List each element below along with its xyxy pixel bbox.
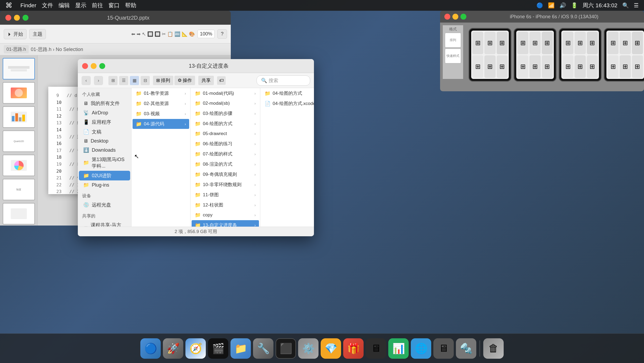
- menubar-go[interactable]: 前往: [92, 2, 103, 9]
- apple-menu[interactable]: ⌘: [5, 1, 12, 10]
- finder-view-flow-btn[interactable]: ⊟: [141, 76, 150, 85]
- col1-item-3[interactable]: 📁 03-视频 ›: [133, 109, 189, 119]
- finder-tag-btn[interactable]: 🏷: [217, 76, 226, 85]
- keynote-maximize-btn[interactable]: [23, 15, 28, 21]
- col2-item-9[interactable]: 📁 09-奇偶填充规则 ›: [192, 169, 259, 179]
- dock-files[interactable]: 📁: [230, 338, 251, 359]
- col2-item-copy[interactable]: 📁 copy ›: [192, 210, 259, 220]
- spotlight-icon[interactable]: 🔍: [622, 2, 629, 9]
- dock-safari[interactable]: 🧭: [185, 338, 206, 359]
- tag-icon: 🏷: [219, 78, 224, 83]
- sidebar-item-all-files[interactable]: 🖥 我的所有文件: [79, 99, 130, 108]
- finder-arrange-btn[interactable]: ⊞ 排列: [153, 76, 173, 85]
- col3-item-2[interactable]: 📄 04-绘图的方式.xcodeproj: [261, 99, 314, 108]
- dock-sketch[interactable]: 💎: [321, 338, 341, 359]
- slide-thumb-1[interactable]: [3, 58, 35, 79]
- finder-forward-btn[interactable]: ›: [94, 76, 103, 85]
- slide-thumb-5[interactable]: [3, 155, 35, 176]
- finder-close-btn[interactable]: [82, 63, 88, 69]
- menubar-edit[interactable]: 编辑: [58, 2, 70, 9]
- slide-thumb-3[interactable]: [3, 106, 35, 128]
- slide-thumb-4[interactable]: Quartz2D: [3, 130, 35, 152]
- dock-sysprefs[interactable]: ⚙️: [298, 338, 319, 359]
- sidebar-item-course-share[interactable]: 🖥 课程共享-马方超: [79, 220, 130, 227]
- sidebar-item-desktop[interactable]: 🖥 Desktop: [79, 137, 130, 146]
- col2-item-3[interactable]: 📁 03-绘图的步骤 ›: [192, 108, 259, 118]
- finder-action-btn[interactable]: ⚙ 操作: [174, 76, 195, 85]
- sidebar-item-applications[interactable]: 📱 应用程序: [79, 117, 130, 127]
- dock-app[interactable]: 🎁: [343, 338, 364, 359]
- col2-arrow-9: ›: [254, 172, 256, 177]
- col2-item-5[interactable]: 📁 05-drawrect ›: [192, 129, 259, 139]
- sim-minimize-btn[interactable]: [452, 14, 458, 20]
- keynote-close-btn[interactable]: [5, 15, 11, 21]
- col2-item-6[interactable]: 📁 06-绘图的练习 ›: [192, 139, 259, 149]
- sidebar-item-remote-disk[interactable]: 💿 远程光盘: [79, 200, 130, 210]
- quickstyle-btn[interactable]: 快速样式: [445, 49, 461, 63]
- col2-item-2[interactable]: 📁 02-modal(sb) ›: [192, 99, 259, 108]
- col1-item-1[interactable]: 📁 01-教学资源 ›: [133, 88, 189, 98]
- dock-terminal[interactable]: ⬛: [276, 338, 296, 359]
- finder-view-column-btn[interactable]: ▦: [130, 76, 139, 85]
- col2-item-8-label: 08-渲染的方式: [203, 161, 232, 167]
- dock-presentation[interactable]: 📊: [388, 338, 409, 359]
- col1-item-4[interactable]: 📁 04-源代码 ›: [133, 119, 189, 129]
- menubar-finder[interactable]: Finder: [20, 2, 36, 9]
- sidebar-item-airdrop[interactable]: 📡 AirDrop: [79, 108, 130, 117]
- col2-item-10[interactable]: 📁 10-非零环绕数规则 ›: [192, 180, 259, 190]
- keynote-minimize-btn[interactable]: [14, 15, 20, 21]
- slide-thumb-6[interactable]: 制度: [3, 179, 35, 200]
- dock-config[interactable]: 🔩: [456, 338, 476, 359]
- finder-maximize-btn[interactable]: [99, 63, 105, 69]
- dock-finder[interactable]: 🔵: [140, 338, 161, 359]
- col2-item-4[interactable]: 📁 04-绘图的方式 ›: [192, 119, 259, 129]
- menubar-file[interactable]: 文件: [42, 2, 53, 9]
- finder-view-icon-btn[interactable]: ⊞: [108, 76, 118, 85]
- finder-search-box[interactable]: 🔍 搜索: [257, 75, 310, 86]
- slide-thumb-7[interactable]: [3, 203, 35, 224]
- menubar-view[interactable]: 显示: [75, 2, 86, 9]
- col3-item-1[interactable]: 📁 04-绘图的方式 ›: [261, 88, 314, 98]
- dock-monitor[interactable]: 🖥: [433, 338, 454, 359]
- keynote-zoom[interactable]: 100%: [197, 30, 215, 38]
- finder-share-btn[interactable]: 共享: [198, 76, 214, 85]
- dock-trash[interactable]: 🗑: [483, 338, 504, 359]
- col2-item-11[interactable]: 📁 11-饼图 ›: [192, 190, 259, 200]
- col2-item-1[interactable]: 📁 01-modal(代码) ›: [192, 88, 259, 98]
- col1-item-2[interactable]: 📁 02-其他资源 ›: [133, 99, 189, 108]
- sidebar-item-plugins[interactable]: 📁 Plug-ins: [79, 180, 130, 190]
- menubar-help[interactable]: 帮助: [125, 2, 136, 9]
- col2-item-13[interactable]: 📁 13-自定义进度条 ›: [192, 220, 259, 227]
- notification-icon[interactable]: ☰: [634, 2, 639, 9]
- keynote-start-btn[interactable]: ⏵ 开始: [4, 29, 27, 39]
- sim-maximize-btn[interactable]: [460, 14, 466, 20]
- format-btn[interactable]: 排列: [445, 33, 461, 48]
- menubar-window[interactable]: 窗口: [108, 2, 120, 9]
- col2-item-12[interactable]: 📁 12-柱状图 ›: [192, 200, 259, 210]
- sidebar-item-02ui[interactable]: 📁 02UI进阶: [79, 171, 130, 180]
- dock-iterm[interactable]: 🖥: [366, 338, 386, 359]
- all-files-icon: 🖥: [83, 101, 88, 106]
- col2-arrow-10: ›: [254, 183, 256, 187]
- finder-minimize-btn[interactable]: [91, 63, 97, 69]
- col2-arrow-13: ›: [254, 223, 256, 227]
- dock-launchpad[interactable]: 🚀: [163, 338, 183, 359]
- keynote-help-btn[interactable]: ?: [217, 29, 227, 39]
- sim-close-btn[interactable]: [444, 14, 450, 20]
- keynote-theme-btn[interactable]: 主题: [29, 29, 46, 39]
- dock-tools[interactable]: 🔧: [253, 338, 273, 359]
- slide-thumb-2[interactable]: [3, 82, 35, 104]
- finder-window-title: 13-自定义进度条: [108, 62, 310, 70]
- sidebar-item-documents[interactable]: 📄 文稿: [79, 127, 130, 137]
- finder-back-btn[interactable]: ‹: [82, 76, 91, 85]
- col2-item-7[interactable]: 📁 07-绘图的样式 ›: [192, 149, 259, 159]
- finder-view-list-btn[interactable]: ☰: [119, 76, 128, 85]
- dock-browser[interactable]: 🌐: [411, 338, 431, 359]
- col2-folder-11: 📁: [195, 192, 201, 198]
- sidebar-item-ios-course[interactable]: 📁 第13期黑马iOS学科...: [79, 155, 130, 171]
- sidebar-item-downloads[interactable]: ⬇️ Downloads: [79, 146, 130, 155]
- col2-folder-10: 📁: [195, 182, 201, 188]
- col2-item-8[interactable]: 📁 08-渲染的方式 ›: [192, 159, 259, 169]
- dock-quicktime[interactable]: 🎬: [208, 338, 228, 359]
- finder-statusbar: 2 项，856.9 GB 可用: [78, 227, 314, 236]
